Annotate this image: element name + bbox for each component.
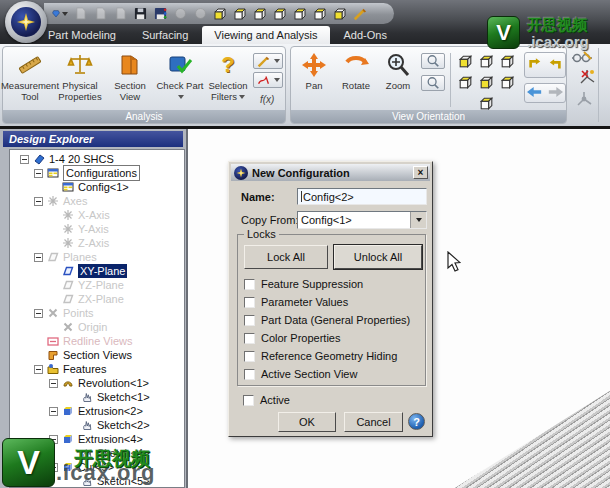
expand-toggle[interactable] xyxy=(34,253,43,262)
expand-toggle[interactable] xyxy=(49,407,58,416)
feature-suppression-checkbox[interactable]: Feature Suppression xyxy=(244,278,363,290)
gem-menu-icon[interactable] xyxy=(52,6,68,22)
checkbox-box[interactable] xyxy=(244,351,255,362)
lock-all-button[interactable]: Lock All xyxy=(244,245,328,269)
help-button[interactable]: ? xyxy=(408,413,425,430)
view-bottom-icon[interactable] xyxy=(332,6,348,22)
active-checkbox[interactable]: Active xyxy=(243,394,290,406)
view-cube-right-icon[interactable] xyxy=(497,72,518,93)
tab-surfacing[interactable]: Surfacing xyxy=(130,26,200,44)
section-view-button[interactable]: Section View xyxy=(105,51,155,111)
color-properties-checkbox[interactable]: Color Properties xyxy=(244,332,340,344)
tree-item-x-axis[interactable]: X-Axis xyxy=(10,208,184,222)
rotate-icon xyxy=(343,51,369,79)
reference-geometry-hiding-checkbox[interactable]: Reference Geometry Hiding xyxy=(244,350,397,362)
redline-dropdown-button[interactable] xyxy=(253,72,283,88)
open-document-icon[interactable] xyxy=(92,6,108,22)
rotate-view-ccw-icon[interactable] xyxy=(528,57,542,73)
expand-toggle[interactable] xyxy=(49,379,58,388)
parameter-values-checkbox[interactable]: Parameter Values xyxy=(244,296,348,308)
expand-toggle[interactable] xyxy=(34,309,43,318)
check-part-button[interactable]: Check Part xyxy=(155,51,205,111)
tree-item-config1[interactable]: Config<1> xyxy=(10,180,184,194)
view-left-icon[interactable] xyxy=(272,6,288,22)
tree-item-zx-plane[interactable]: ZX-Plane xyxy=(10,292,184,306)
tree-item-sketch1[interactable]: Sketch<1> xyxy=(10,390,184,404)
next-view-icon[interactable] xyxy=(548,87,563,99)
zoom-button[interactable]: Zoom xyxy=(377,51,419,111)
equation-editor-button[interactable]: f(x) xyxy=(260,94,274,105)
tab-add-ons[interactable]: Add-Ons xyxy=(332,26,399,44)
view-cube-left-icon[interactable] xyxy=(476,72,497,93)
tree-item-origin[interactable]: Origin xyxy=(10,320,184,334)
selection-filters-button[interactable]: ? Selection Filters xyxy=(203,51,253,111)
checkbox-box[interactable] xyxy=(244,297,255,308)
close-document-icon[interactable] xyxy=(112,6,128,22)
dialog-titlebar[interactable]: New Configuration × xyxy=(231,164,430,181)
expand-toggle[interactable] xyxy=(34,169,43,178)
redo-icon[interactable] xyxy=(192,6,208,22)
sketch-mode-icon[interactable] xyxy=(352,6,368,22)
copy-from-select[interactable]: Config<1> xyxy=(297,211,427,229)
tree-item-xy-plane[interactable]: XY-Plane xyxy=(10,264,184,278)
tree-item-planes[interactable]: Planes xyxy=(10,250,184,264)
physical-properties-button[interactable]: Physical Properties xyxy=(55,51,105,111)
name-input[interactable]: Config<2> xyxy=(297,188,427,205)
save-as-icon[interactable] xyxy=(152,6,168,22)
previous-view-icon[interactable] xyxy=(527,87,542,99)
screw-thread-model[interactable] xyxy=(450,380,610,488)
view-settings-icon[interactable] xyxy=(572,50,592,66)
view-iso-icon[interactable] xyxy=(212,6,228,22)
expand-toggle[interactable] xyxy=(34,197,43,206)
close-icon[interactable]: × xyxy=(413,166,428,179)
new-document-icon[interactable] xyxy=(72,6,88,22)
view-cube-front-icon[interactable] xyxy=(455,51,476,72)
tab-viewing-and-analysis[interactable]: Viewing and Analysis xyxy=(202,26,329,44)
undo-icon[interactable] xyxy=(172,6,188,22)
tree-item-axes[interactable]: Axes xyxy=(10,194,184,208)
checkbox-box[interactable] xyxy=(244,279,255,290)
zoom-to-window-button[interactable] xyxy=(421,53,445,69)
zoom-to-fit-button[interactable] xyxy=(421,75,445,91)
measurement-tool-button[interactable]: Measurement Tool xyxy=(5,51,55,111)
view-cube-top-icon[interactable] xyxy=(497,51,518,72)
cancel-button[interactable]: Cancel xyxy=(344,412,403,432)
checkbox-box[interactable] xyxy=(244,369,255,380)
checkbox-box[interactable] xyxy=(244,333,255,344)
delete-axis-icon[interactable] xyxy=(578,68,596,88)
view-cube-bottom-icon[interactable] xyxy=(455,72,476,93)
expand-toggle[interactable] xyxy=(20,155,29,164)
part-data-checkbox[interactable]: Part Data (General Properties) xyxy=(244,314,410,326)
tab-part-modeling[interactable]: Part Modeling xyxy=(36,26,128,44)
tree-item-yz-plane[interactable]: YZ-Plane xyxy=(10,278,184,292)
checkbox-box[interactable] xyxy=(243,395,254,406)
view-back-icon[interactable] xyxy=(252,6,268,22)
tree-item-redline-views[interactable]: Redline Views xyxy=(10,334,184,348)
tree-item-configurations[interactable]: Configurations xyxy=(10,166,184,180)
view-front-icon[interactable] xyxy=(232,6,248,22)
checkbox-box[interactable] xyxy=(244,315,255,326)
tree-item-points[interactable]: Points xyxy=(10,306,184,320)
edit-sketch-dropdown-button[interactable] xyxy=(253,53,283,69)
view-cube-back-icon[interactable] xyxy=(476,51,497,72)
unlock-all-button[interactable]: Unlock All xyxy=(334,245,422,269)
tree-item-features[interactable]: Features xyxy=(10,362,184,376)
tree-item-section-views[interactable]: Section Views xyxy=(10,348,184,362)
tree-item-extrusion2[interactable]: Extrusion<2> xyxy=(10,404,184,418)
view-right-icon[interactable] xyxy=(292,6,308,22)
rotate-button[interactable]: Rotate xyxy=(335,51,377,111)
ok-button[interactable]: OK xyxy=(278,412,336,432)
tree-item-root-part[interactable]: 1-4 20 SHCS xyxy=(10,152,184,166)
view-top-icon[interactable] xyxy=(312,6,328,22)
tree-item-revolution1[interactable]: Revolution<1> xyxy=(10,376,184,390)
tree-item-sketch2[interactable]: Sketch<2> xyxy=(10,418,184,432)
expand-toggle[interactable] xyxy=(34,365,43,374)
tree-item-z-axis[interactable]: Z-Axis xyxy=(10,236,184,250)
chevron-down-icon[interactable] xyxy=(410,212,426,228)
active-section-view-checkbox[interactable]: Active Section View xyxy=(244,368,357,380)
save-icon[interactable] xyxy=(132,6,148,22)
tree-item-y-axis[interactable]: Y-Axis xyxy=(10,222,184,236)
pan-button[interactable]: Pan xyxy=(293,51,335,111)
rotate-view-cw-icon[interactable] xyxy=(548,58,562,72)
axis-display-icon[interactable] xyxy=(575,90,593,110)
